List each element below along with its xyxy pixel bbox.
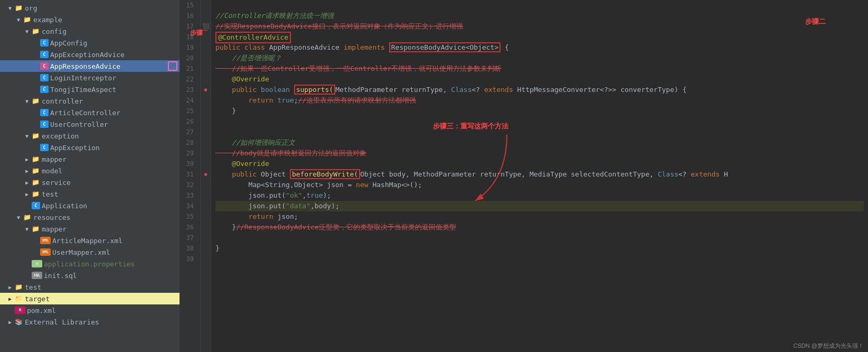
tree-item-appresponseadvice[interactable]: ▶ C AppResponseAdvice (0, 60, 180, 72)
tree-item-appproperties[interactable]: ▶ ⚙ application.properties (0, 258, 180, 270)
gutter-cell (201, 32, 211, 42)
code: H (724, 170, 728, 178)
tree-item-pomxml[interactable]: ▶ M pom.xml (0, 304, 180, 316)
gutter-cell (201, 0, 211, 11)
keyword: true (277, 96, 294, 104)
tree-label: test (42, 190, 58, 198)
tree-label: org (25, 4, 37, 12)
file-tree[interactable]: ▼ 📁 org ▼ 📁 example ▼ 📁 config ▶ C AppCo… (0, 0, 180, 352)
collapse-arrow: ▶ (25, 168, 32, 174)
tree-item-test-top[interactable]: ▶ 📁 test (0, 281, 180, 293)
tree-item-external-libraries[interactable]: ▶ 📚 External Libraries (0, 316, 180, 328)
folder-icon: 📁 (15, 283, 23, 291)
tree-item-service[interactable]: ▶ 📁 service (0, 177, 180, 188)
tree-item-model[interactable]: ▶ 📁 model (0, 165, 180, 177)
tree-label: test (25, 283, 41, 291)
gutter-cell (201, 137, 211, 148)
xml-icon: XML (40, 237, 51, 244)
line-num: 17 (184, 21, 196, 32)
tree-item-org[interactable]: ▼ 📁 org (0, 2, 180, 14)
tree-label: TongjiTimeAspect (50, 86, 116, 94)
code-panel: 15 16 17 18 19 20 21 22 23 24 25 26 27 2… (180, 0, 868, 352)
gutter-cell (201, 11, 211, 21)
tree-item-exception[interactable]: ▼ 📁 exception (0, 130, 180, 142)
keyword: true (306, 191, 323, 199)
gutter-cell (201, 42, 211, 53)
gutter-cell (201, 254, 211, 264)
gutter-cell (201, 190, 211, 201)
tree-label: pom.xml (27, 307, 56, 314)
tree-item-appexceptionadvice[interactable]: ▶ C AppExceptionAdvice (0, 49, 180, 60)
annotation: @Override (215, 75, 269, 83)
comment: //ResponseBodyAdvice泛型类，它的类型取决于当前类的返回值类型 (236, 223, 456, 231)
keyword: public (215, 170, 261, 178)
comment: //是否增强呢？ (215, 54, 281, 62)
tree-item-test-inner[interactable]: ▶ 📁 test (0, 188, 180, 200)
folder-icon: 📚 (15, 318, 23, 326)
comment: //Controller请求映射方法统一增强 (215, 12, 334, 20)
code: Object body, MethodParameter returnType,… (360, 170, 658, 178)
gutter-cell: ● (201, 169, 211, 180)
tree-item-mapper2[interactable]: ▼ 📁 mapper (0, 223, 180, 235)
code-content: //Controller请求映射方法统一增强 //实现ResponseBodyA… (211, 0, 868, 352)
gutter-cell (201, 211, 211, 222)
gutter-cell (201, 74, 211, 85)
code: HashMap<>(); (372, 181, 422, 189)
keyword: new (356, 181, 372, 189)
tree-item-articlecontroller[interactable]: ▶ C ArticleController (0, 107, 180, 118)
folder-icon: 📁 (32, 132, 40, 140)
code: json.put( (215, 191, 286, 199)
tree-item-initsql[interactable]: ▶ SQL init.sql (0, 270, 180, 281)
watermark: CSDN @梦想成为光头强！ (789, 340, 868, 352)
tree-item-usercontroller[interactable]: ▶ C UserController (0, 118, 180, 130)
class-icon: C (40, 144, 49, 151)
tree-item-application[interactable]: ▶ C Application (0, 200, 180, 211)
expand-arrow: ▼ (25, 29, 32, 34)
tree-label: Application (42, 202, 87, 210)
tree-label: resources (33, 214, 70, 221)
tree-item-resources[interactable]: ▼ 📁 resources (0, 211, 180, 223)
keyword: return (215, 96, 277, 104)
tree-label: ArticleMapper.xml (52, 237, 122, 245)
tree-item-tongjitimeaspect[interactable]: ▶ C TongjiTimeAspect (0, 84, 180, 95)
tree-item-logininterceptor[interactable]: ▶ C LoginInterceptor (0, 72, 180, 84)
code: } (215, 244, 220, 252)
line-num: 31 (184, 169, 196, 180)
line-num: 32 (184, 180, 196, 190)
folder-icon: 📁 (32, 190, 40, 198)
tree-item-controller[interactable]: ▼ 📁 controller (0, 95, 180, 107)
collapse-arrow: ▶ (25, 156, 32, 162)
keyword: extends (691, 170, 724, 178)
keyword: implements (344, 43, 389, 51)
keyword: public (215, 86, 261, 94)
tree-item-appexception[interactable]: ▶ C AppException (0, 142, 180, 153)
tree-item-articlemapper[interactable]: ▶ XML ArticleMapper.xml (0, 235, 180, 246)
collapse-arrow: ▶ (8, 319, 15, 325)
keyword: return (215, 212, 277, 220)
tree-label: External Libraries (25, 318, 99, 326)
expand-arrow: ▼ (25, 226, 32, 232)
tree-item-example[interactable]: ▼ 📁 example (0, 14, 180, 25)
gutter-cell (201, 127, 211, 137)
class-icon: C (40, 39, 49, 47)
keyword: boolean (261, 86, 294, 94)
tree-item-mapper[interactable]: ▶ 📁 mapper (0, 153, 180, 165)
tree-label: service (42, 179, 71, 187)
code-area: 15 16 17 18 19 20 21 22 23 24 25 26 27 2… (180, 0, 868, 352)
code-line-19: public class AppResponseAdvice implement… (215, 42, 864, 53)
line-num: 38 (184, 243, 196, 254)
code-line-15 (215, 0, 864, 11)
tree-label: init.sql (44, 272, 77, 280)
tree-label: AppConfig (50, 39, 87, 47)
class-icon: C (40, 51, 49, 58)
keyword: Class (658, 170, 678, 178)
tree-item-usermapper[interactable]: ▶ XML UserMapper.xml (0, 246, 180, 258)
expand-arrow: ▼ (25, 133, 32, 139)
code: ); (323, 191, 332, 199)
tree-item-target[interactable]: ▶ 📁 target (0, 293, 180, 304)
tree-label: exception (42, 132, 79, 140)
tree-item-config[interactable]: ▼ 📁 config (0, 25, 180, 37)
line-num: 25 (184, 106, 196, 116)
tree-item-appconfig[interactable]: ▶ C AppConfig (0, 37, 180, 49)
comment: //如何增强响应正文 (215, 138, 295, 146)
